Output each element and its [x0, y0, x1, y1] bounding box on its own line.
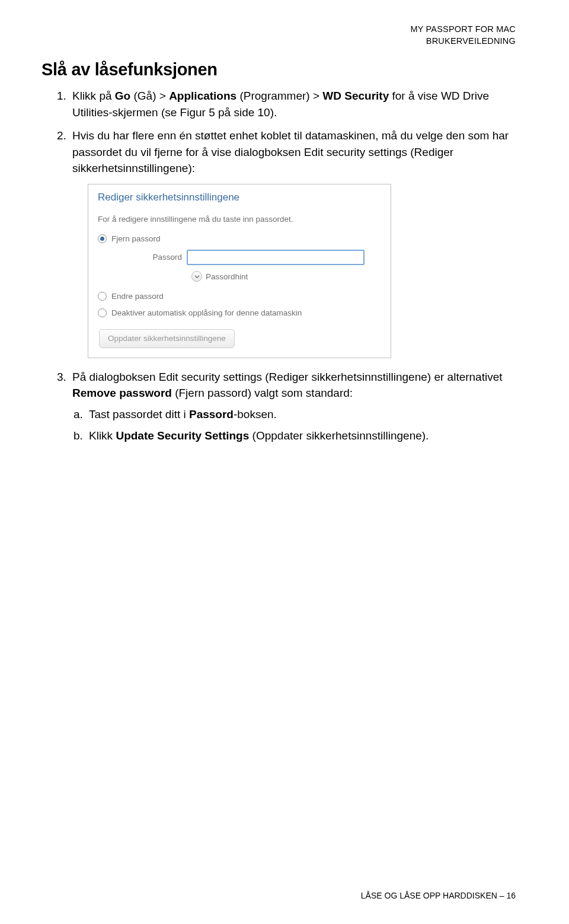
edit-security-dialog: Rediger sikkerhetsinnstillingene For å r… — [88, 184, 391, 358]
radio-remove-password[interactable]: Fjern passord — [98, 233, 381, 245]
step-3a: a. Tast passordet ditt i Passord-boksen. — [72, 406, 516, 423]
step-3b-marker: b. — [72, 428, 89, 444]
radio-change-label: Endre passord — [111, 291, 164, 302]
dialog-instruction: For å redigere innstillingene må du tast… — [98, 214, 381, 225]
step-3: 3. På dialogboksen Edit security setting… — [57, 369, 516, 448]
password-hint-toggle[interactable]: Passordhint — [191, 271, 381, 283]
header-line-1: MY PASSPORT FOR MAC — [41, 24, 516, 36]
radio-icon — [98, 292, 107, 301]
step-3-content: På dialogboksen Edit security settings (… — [72, 369, 516, 448]
password-hint-label: Passordhint — [206, 271, 248, 283]
numbered-list: 1. Klikk på Go (Gå) > Applications (Prog… — [57, 88, 516, 448]
step-1-marker: 1. — [57, 88, 72, 120]
step-2-marker: 2. — [57, 128, 72, 177]
section-title: Slå av låsefunksjonen — [41, 60, 516, 79]
step-3a-marker: a. — [72, 406, 89, 423]
document-header: MY PASSPORT FOR MAC BRUKERVEILEDNING — [41, 24, 516, 47]
radio-remove-label: Fjern passord — [111, 233, 161, 245]
password-label: Passord — [139, 251, 187, 263]
radio-icon — [98, 234, 107, 243]
step-1: 1. Klikk på Go (Gå) > Applications (Prog… — [57, 88, 516, 120]
chevron-down-icon — [191, 271, 202, 282]
radio-disable-label: Deaktiver automatisk opplåsing for denne… — [111, 307, 302, 319]
step-3b-content: Klikk Update Security Settings (Oppdater… — [89, 428, 429, 444]
step-3a-content: Tast passordet ditt i Passord-boksen. — [89, 406, 277, 423]
step-3-sublist: a. Tast passordet ditt i Passord-boksen.… — [72, 406, 516, 444]
dialog-title: Rediger sikkerhetsinnstillingene — [98, 190, 381, 205]
page-footer: LÅSE OG LÅSE OPP HARDDISKEN – 16 — [361, 891, 516, 900]
dialog-screenshot: Rediger sikkerhetsinnstillingene For å r… — [88, 184, 516, 358]
step-3b: b. Klikk Update Security Settings (Oppda… — [72, 428, 516, 444]
step-3-marker: 3. — [57, 369, 72, 448]
step-2-content: Hvis du har flere enn én støttet enhet k… — [72, 128, 516, 177]
radio-change-password[interactable]: Endre passord — [98, 291, 381, 302]
update-security-button[interactable]: Oppdater sikkerhetsinnstillingene — [99, 329, 235, 348]
step-2: 2. Hvis du har flere enn én støttet enhe… — [57, 128, 516, 177]
step-1-content: Klikk på Go (Gå) > Applications (Program… — [72, 88, 516, 120]
password-input[interactable] — [187, 250, 365, 265]
radio-disable-autounlock[interactable]: Deaktiver automatisk opplåsing for denne… — [98, 307, 381, 319]
radio-icon — [98, 308, 107, 317]
password-field-row: Passord — [139, 250, 381, 265]
header-line-2: BRUKERVEILEDNING — [41, 36, 516, 47]
